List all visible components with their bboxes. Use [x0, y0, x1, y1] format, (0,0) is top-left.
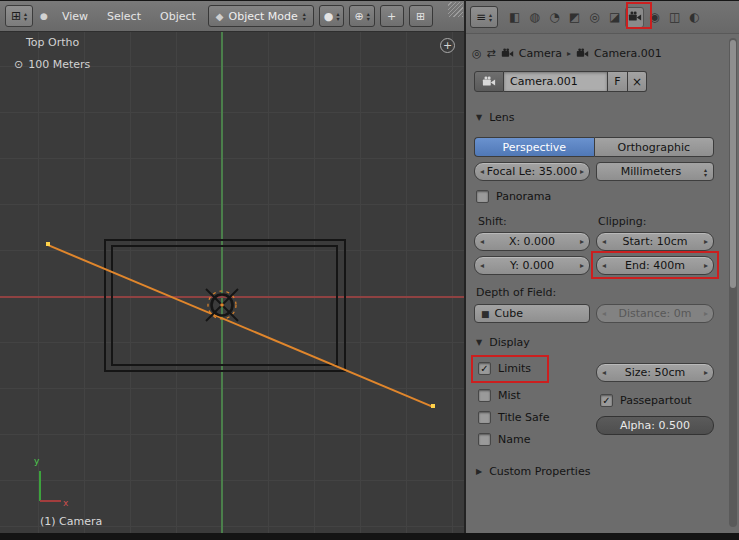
title-safe-checkbox[interactable]: [478, 411, 491, 424]
tab-material[interactable]: ◉: [645, 7, 664, 28]
increment-icon[interactable]: ▸: [704, 368, 708, 377]
constraints-icon: ◎: [589, 10, 599, 24]
axis-gizmo-y: [39, 471, 41, 501]
title-safe-label: Title Safe: [498, 411, 549, 424]
panel-open-icon: ▼: [476, 338, 482, 347]
dropdown-arrows-icon: ▴▾: [489, 12, 492, 22]
display-panel-header[interactable]: ▼ Display: [476, 336, 530, 349]
tab-scene[interactable]: ◍: [525, 7, 544, 28]
dropdown-arrows-icon: ▴▾: [367, 11, 370, 21]
tab-object[interactable]: ◩: [565, 7, 584, 28]
datablock-type-chip: [474, 71, 504, 92]
breadcrumb-data[interactable]: Camera.001: [594, 47, 662, 60]
viewport-editor-icon: ⊞: [11, 9, 21, 23]
manipulator-toggle[interactable]: +: [380, 5, 404, 27]
dropdown-arrows-icon: ▴▾: [336, 11, 339, 21]
properties-shelf-toggle[interactable]: +: [440, 38, 455, 53]
panorama-row: Panorama: [476, 190, 551, 203]
viewport-shading-dropdown[interactable]: ● ▴▾: [319, 5, 345, 27]
datablock-name-row: Camera.001 F ×: [474, 71, 647, 92]
clip-start-field[interactable]: ◂ Start: 10cm ▸: [596, 232, 714, 251]
fake-user-button[interactable]: F: [608, 71, 628, 92]
properties-scrollbar[interactable]: [729, 38, 737, 527]
cube-icon: ■: [481, 309, 490, 319]
axis-gizmo-x: [40, 500, 61, 502]
dropdown-arrows-icon: ▴▾: [704, 167, 707, 177]
tab-constraints[interactable]: ◎: [585, 7, 604, 28]
properties-editor-type-selector[interactable]: ≡ ▴▾: [470, 6, 498, 28]
dof-distance-value: Distance: 0m: [606, 307, 704, 320]
menu-view[interactable]: View: [55, 10, 95, 23]
custom-properties-title: Custom Properties: [489, 465, 590, 478]
limits-checkbox[interactable]: ✓: [478, 362, 491, 375]
tab-physics[interactable]: ◐: [685, 7, 704, 28]
focal-length-value: Focal Le: 35.000: [484, 165, 580, 178]
axis-gizmo-y-label: y: [34, 456, 39, 466]
shift-y-field[interactable]: ◂ Y: 0.000 ▸: [474, 256, 590, 275]
pin-icon[interactable]: ◎: [472, 47, 482, 60]
tab-world[interactable]: ◔: [545, 7, 564, 28]
shift-x-value: X: 0.000: [484, 235, 580, 248]
tab-render[interactable]: ◧: [505, 7, 524, 28]
camera-object[interactable]: [200, 283, 244, 327]
bottom-border: [0, 533, 739, 540]
datablock-name-input[interactable]: Camera.001: [504, 71, 608, 92]
mode-dropdown[interactable]: ◆ Object Mode ▴▾: [208, 5, 314, 27]
clip-end-field[interactable]: ◂ End: 400m ▸: [596, 256, 714, 275]
scrollbar-thumb[interactable]: [730, 40, 736, 288]
menu-select[interactable]: Select: [100, 10, 148, 23]
name-checkbox[interactable]: [478, 433, 491, 446]
lens-panel-header[interactable]: ▼ Lens: [476, 111, 515, 124]
increment-icon[interactable]: ▸: [704, 261, 708, 270]
focal-length-field[interactable]: ◂ Focal Le: 35.000 ▸: [474, 162, 590, 181]
pivot-icon: ⊕: [354, 10, 363, 23]
passepartout-checkbox[interactable]: ✓: [600, 394, 613, 407]
clip-end-dot: [431, 404, 435, 408]
mist-checkbox[interactable]: [478, 389, 491, 402]
menu-object[interactable]: Object: [153, 10, 203, 23]
custom-properties-panel-header[interactable]: ▶ Custom Properties: [476, 465, 590, 478]
tab-texture[interactable]: ◫: [665, 7, 684, 28]
viewport-canvas[interactable]: Top Ortho ⊙ 100 Meters + y x (1) Camera: [0, 32, 464, 533]
breadcrumb-object[interactable]: Camera: [519, 47, 562, 60]
physics-icon: ◐: [689, 10, 699, 24]
dof-object-dropdown[interactable]: ■ Cube: [474, 304, 590, 323]
modifiers-icon: ◪: [609, 10, 620, 24]
increment-icon: ▸: [704, 309, 708, 318]
layers-icon: ⊞: [416, 10, 425, 23]
display-panel-title: Display: [489, 336, 530, 349]
properties-editor: ≡ ▴▾ ◧ ◍ ◔ ◩ ◎ ◪ ◉ ◫ ◐ ◎ ⇄ Camera ▸ Came…: [466, 1, 739, 533]
tab-object-data[interactable]: [625, 7, 644, 28]
panorama-label: Panorama: [496, 190, 551, 203]
pivot-point-dropdown[interactable]: ⊕ ▴▾: [349, 5, 374, 27]
breadcrumb-arrows-icon[interactable]: ⇄: [487, 47, 496, 60]
material-icon: ◉: [649, 10, 659, 24]
shift-x-field[interactable]: ◂ X: 0.000 ▸: [474, 232, 590, 251]
viewport-header: ⊞ ▴▾ ● View Select Object ◆ Object Mode …: [0, 1, 464, 32]
increment-icon[interactable]: ▸: [580, 167, 584, 176]
region-corner-handle[interactable]: [448, 2, 463, 17]
increment-icon[interactable]: ▸: [580, 237, 584, 246]
increment-icon[interactable]: ▸: [704, 237, 708, 246]
orthographic-button[interactable]: Orthographic: [594, 137, 715, 157]
increment-icon[interactable]: ▸: [580, 261, 584, 270]
unlink-button[interactable]: ×: [628, 71, 647, 92]
camera-data-icon: [576, 47, 589, 60]
panel-open-icon: ▼: [476, 113, 482, 122]
grid-sphere-icon: ⊙: [14, 58, 23, 71]
mode-label: Object Mode: [229, 10, 298, 23]
display-size-field[interactable]: ◂ Size: 50cm ▸: [596, 363, 714, 382]
tab-modifiers[interactable]: ◪: [605, 7, 624, 28]
camera-data-icon: [628, 10, 642, 24]
breadcrumb: ◎ ⇄ Camera ▸ Camera.001: [472, 44, 662, 62]
camera-icon: [482, 75, 496, 89]
panorama-checkbox[interactable]: [476, 190, 489, 203]
panel-closed-icon: ▶: [476, 467, 482, 476]
object-icon: ◩: [569, 10, 580, 24]
editor-type-selector[interactable]: ⊞ ▴▾: [5, 5, 33, 27]
lens-unit-dropdown[interactable]: Millimeters ▴▾: [596, 162, 714, 181]
passepartout-row: ✓ Passepartout: [600, 394, 692, 407]
perspective-button[interactable]: Perspective: [474, 137, 594, 157]
passepartout-alpha-slider[interactable]: Alpha: 0.500: [596, 416, 714, 435]
layers-widget[interactable]: ⊞: [409, 5, 433, 27]
